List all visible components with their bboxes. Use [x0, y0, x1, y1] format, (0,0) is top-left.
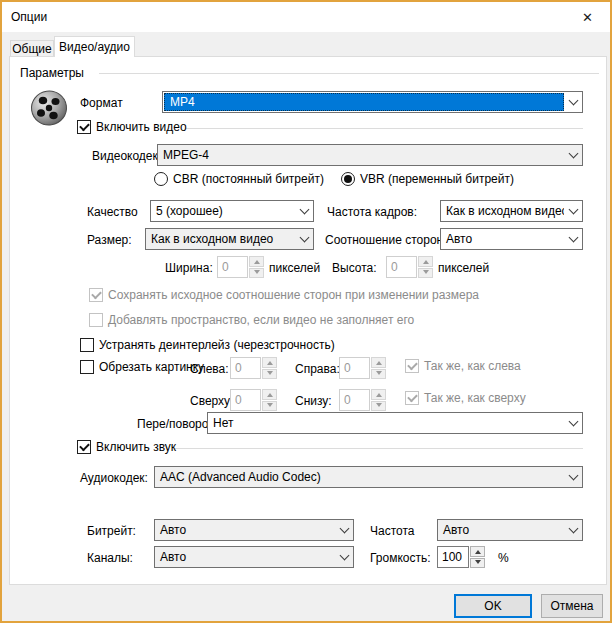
bitrate-combobox[interactable]: Авто [154, 519, 354, 541]
parameters-group-line [99, 73, 599, 74]
format-dropdown-button[interactable] [564, 92, 582, 112]
format-value: MP4 [164, 93, 564, 111]
radio-circle-icon [341, 172, 355, 186]
crop-checkbox[interactable]: Обрезать картинку [80, 360, 204, 374]
rotate-label: Пере/поворот: [137, 417, 217, 431]
framerate-dropdown-button[interactable] [564, 201, 582, 221]
quality-label: Качество [87, 205, 138, 219]
format-combobox[interactable]: MP4 [162, 91, 583, 113]
crop-right-spinner[interactable]: 0 [339, 357, 386, 379]
frequency-dropdown-button[interactable] [564, 520, 582, 540]
quality-dropdown-button[interactable] [295, 201, 313, 221]
channels-dropdown-button[interactable] [335, 547, 353, 567]
spin-up-button[interactable] [418, 256, 433, 267]
arrow-up-icon [267, 358, 273, 365]
deinterlace-checkbox[interactable]: Устранять деинтерлейз (черезстрочность) [80, 338, 335, 352]
rotate-value: Нет [208, 413, 564, 433]
framerate-value: Как в исходном видео [441, 201, 564, 221]
video-codec-combobox[interactable]: MPEG-4 [157, 144, 583, 166]
cancel-button[interactable]: Отмена [541, 594, 603, 618]
ok-button[interactable]: OK [454, 594, 532, 618]
width-label: Ширина: [165, 261, 213, 275]
size-value: Как в исходном видео [146, 229, 295, 249]
crop-right-label: Справа: [295, 362, 340, 376]
arrow-up-icon [267, 390, 273, 397]
spin-down-button[interactable] [262, 401, 277, 412]
audio-codec-combobox[interactable]: AAC (Advanced Audio Codec) [154, 466, 583, 488]
checkbox-check-icon [77, 120, 91, 134]
frequency-combobox[interactable]: Авто [437, 519, 583, 541]
same-as-top-checkbox[interactable]: Так же, как сверху [405, 391, 526, 405]
chevron-down-icon [339, 523, 349, 533]
aspect-ratio-label: Соотношение сторон: [325, 233, 447, 247]
arrow-down-icon [423, 270, 429, 277]
crop-bottom-value: 0 [339, 389, 370, 411]
video-codec-dropdown-button[interactable] [564, 145, 582, 165]
spin-up-button[interactable] [262, 389, 277, 400]
spin-up-button[interactable] [470, 546, 485, 557]
frequency-label: Частота [370, 524, 414, 538]
bitrate-dropdown-button[interactable] [335, 520, 353, 540]
window-title: Опции [11, 2, 47, 32]
spin-down-button[interactable] [418, 268, 433, 279]
volume-unit-label: % [498, 551, 509, 565]
title-bar: Опции ✕ [2, 2, 610, 32]
enable-video-label: Включить видео [96, 120, 187, 134]
close-icon[interactable]: ✕ [565, 2, 610, 32]
crop-label: Обрезать картинку [99, 360, 204, 374]
spin-up-button[interactable] [371, 389, 386, 400]
enable-audio-checkbox[interactable]: Включить звук [77, 440, 176, 454]
volume-spinner[interactable]: 100 [437, 546, 485, 568]
channels-combobox[interactable]: Авто [154, 546, 354, 568]
arrow-down-icon [254, 270, 260, 277]
same-as-left-checkbox[interactable]: Так же, как слева [405, 359, 521, 373]
video-codec-value: MPEG-4 [158, 145, 564, 165]
height-spinner[interactable]: 0 [386, 256, 433, 278]
spin-down-button[interactable] [249, 268, 264, 279]
size-dropdown-button[interactable] [295, 229, 313, 249]
spin-up-button[interactable] [249, 256, 264, 267]
ok-button-label: OK [484, 599, 501, 613]
cbr-radio[interactable]: CBR (постоянный битрейт) [154, 172, 324, 186]
checkbox-check-icon [89, 288, 103, 302]
enable-audio-label: Включить звук [96, 440, 176, 454]
bitrate-label: Битрейт: [87, 524, 136, 538]
tab-video-audio[interactable]: Видео/аудио [54, 36, 135, 57]
spin-up-button[interactable] [262, 357, 277, 368]
enable-video-checkbox[interactable]: Включить видео [77, 120, 187, 134]
audio-codec-label: Аудиокодек: [80, 471, 148, 485]
chevron-down-icon [299, 232, 309, 242]
aspect-ratio-dropdown-button[interactable] [564, 229, 582, 249]
keep-aspect-checkbox[interactable]: Сохранять исходное соотношение сторон пр… [89, 288, 479, 302]
deinterlace-label: Устранять деинтерлейз (черезстрочность) [99, 338, 335, 352]
quality-combobox[interactable]: 5 (хорошее) [150, 200, 314, 222]
size-combobox[interactable]: Как в исходном видео [145, 228, 314, 250]
same-as-top-label: Так же, как сверху [424, 391, 526, 405]
chevron-down-icon [299, 204, 309, 214]
tab-general[interactable]: Общие [10, 40, 54, 57]
spin-down-button[interactable] [262, 369, 277, 380]
framerate-combobox[interactable]: Как в исходном видео [440, 200, 583, 222]
width-spinner[interactable]: 0 [217, 256, 264, 278]
checkbox-check-icon [405, 391, 419, 405]
crop-bottom-spinner[interactable]: 0 [339, 389, 386, 411]
padding-checkbox[interactable]: Добавлять пространство, если видео не за… [89, 313, 414, 327]
vbr-radio[interactable]: VBR (переменный битрейт) [341, 172, 514, 186]
rotate-combobox[interactable]: Нет [207, 412, 583, 434]
frequency-value: Авто [438, 520, 564, 540]
padding-label: Добавлять пространство, если видео не за… [108, 313, 414, 327]
crop-left-spinner[interactable]: 0 [230, 357, 277, 379]
chevron-down-icon [568, 95, 578, 105]
crop-top-spinner[interactable]: 0 [230, 389, 277, 411]
aspect-ratio-combobox[interactable]: Авто [440, 228, 583, 250]
channels-value: Авто [155, 547, 335, 567]
spin-down-button[interactable] [371, 401, 386, 412]
spin-up-button[interactable] [371, 357, 386, 368]
arrow-up-icon [376, 358, 382, 365]
spin-down-button[interactable] [470, 558, 485, 569]
audio-codec-dropdown-button[interactable] [564, 467, 582, 487]
rotate-dropdown-button[interactable] [564, 413, 582, 433]
spin-down-button[interactable] [371, 369, 386, 380]
crop-top-label: Сверху: [190, 394, 233, 408]
crop-right-value: 0 [339, 357, 370, 379]
